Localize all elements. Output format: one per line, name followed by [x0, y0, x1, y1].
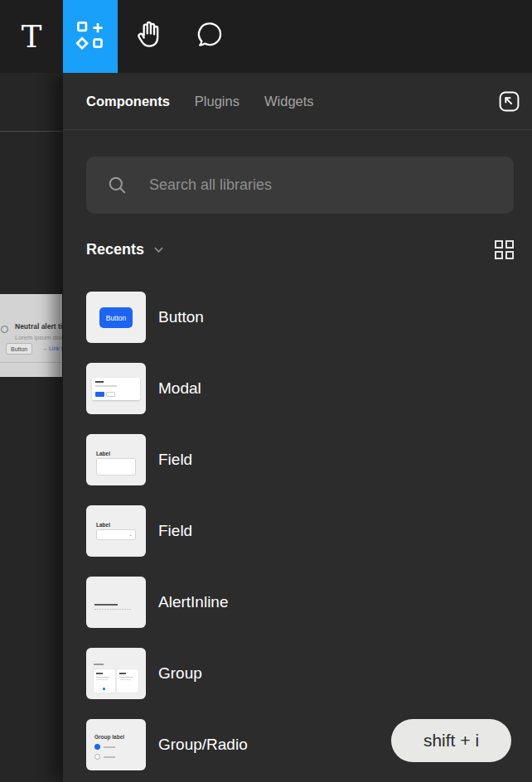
item-label: Field [158, 522, 192, 540]
thumb-modal-mock [92, 378, 140, 400]
list-item-field[interactable]: Label Field [86, 434, 517, 485]
item-label: Group/Radio [158, 736, 248, 754]
thumbnail-button: Button [86, 292, 146, 343]
alert-body-text: Lorem ipsum dolor amet conse [15, 334, 62, 341]
thumb-radio-selected [94, 744, 100, 750]
thumbnail-modal [86, 363, 146, 414]
thumbnail-group [86, 648, 146, 699]
list-item-field-2[interactable]: Label ⌄ Field [86, 505, 517, 557]
tab-widgets[interactable]: Widgets [264, 94, 314, 109]
shortcut-badge: shift + i [391, 719, 511, 762]
grid-view-icon[interactable] [495, 240, 514, 259]
panel-tabs: Components Plugins Widgets [63, 73, 532, 130]
search-bar[interactable] [86, 157, 514, 214]
list-item-modal[interactable]: Modal [86, 363, 517, 414]
pop-out-panel-icon[interactable] [498, 90, 520, 113]
toolbar: T [0, 0, 532, 73]
recents-title: Recents [86, 241, 144, 258]
thumbnail-field: Label [86, 434, 146, 485]
list-item-button[interactable]: Button Button [86, 292, 517, 343]
list-item-group[interactable]: Group [86, 648, 517, 699]
chevron-down-icon[interactable] [152, 243, 166, 257]
search-icon [108, 176, 128, 196]
hand-icon [133, 19, 165, 54]
figma-app-window: T [0, 0, 532, 782]
alert-component-preview: Neutral alert title Lorem ipsum dolor am… [0, 294, 62, 377]
canvas-background: Neutral alert title Lorem ipsum dolor am… [0, 73, 63, 782]
text-tool-icon: T [22, 22, 42, 52]
text-tool-button[interactable]: T [0, 0, 63, 73]
components-list: Button Button Modal Label Field [86, 292, 517, 782]
thumb-input-mock [96, 458, 136, 475]
assets-icon [75, 20, 105, 53]
alert-divider [0, 362, 62, 363]
thumbnail-field-select: Label ⌄ [86, 505, 146, 557]
thumb-button-mock: Button [99, 307, 133, 328]
comment-tool-button[interactable] [181, 0, 239, 73]
thumb-select-caret: ⌄ [128, 532, 133, 537]
thumb-radio-unselected [94, 754, 100, 760]
canvas-frame-edge [0, 131, 63, 132]
item-label: AlertInline [158, 593, 229, 611]
assets-tool-button[interactable] [63, 0, 118, 73]
hand-tool-button[interactable] [118, 0, 181, 73]
recents-section-header: Recents [86, 236, 514, 263]
comment-bubble-icon [195, 20, 225, 53]
alert-title: Neutral alert title [15, 322, 62, 331]
thumbnail-alertinline [86, 577, 146, 628]
item-label: Group [158, 664, 202, 683]
alert-link: → Link text [41, 345, 62, 351]
item-label: Button [158, 308, 204, 326]
list-item-alertinline[interactable]: AlertInline [86, 577, 517, 628]
alert-info-icon [1, 326, 8, 333]
thumb-select-mock: ⌄ [96, 529, 136, 540]
alert-button: Button [6, 343, 32, 355]
item-label: Modal [158, 379, 201, 398]
tab-components[interactable]: Components [86, 94, 170, 109]
tab-plugins[interactable]: Plugins [195, 94, 239, 109]
search-input[interactable] [149, 176, 501, 194]
item-label: Field [158, 451, 192, 469]
components-panel: Components Plugins Widgets Recents [63, 73, 532, 782]
thumbnail-group-radio: Group label [86, 719, 146, 770]
